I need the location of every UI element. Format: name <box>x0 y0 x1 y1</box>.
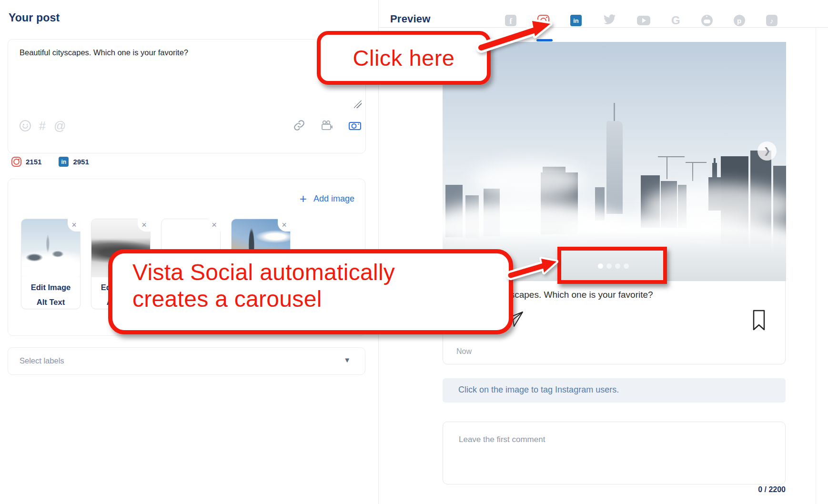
vista-social-composer: Your post Beautiful cityscapes. Which on… <box>0 0 828 504</box>
twitter-tab-icon[interactable] <box>603 14 616 27</box>
page-title: Your post <box>9 11 60 24</box>
preview-header-border <box>379 27 828 28</box>
mention-icon[interactable]: @ <box>54 120 66 131</box>
click-here-text: Click here <box>353 45 455 71</box>
image-thumbnail-1[interactable]: × Edit Image Alt Text <box>21 219 81 309</box>
carousel-dots-highlight-rectangle <box>557 247 667 284</box>
comment-placeholder: Leave the first comment <box>459 435 545 444</box>
edit-alt-text-button[interactable]: Edit Image Alt Text <box>21 280 80 310</box>
comment-input[interactable]: Leave the first comment <box>443 422 786 484</box>
select-labels-dropdown[interactable]: Select labels ▼ <box>8 347 365 375</box>
chevron-down-icon[interactable]: ▼ <box>343 356 351 364</box>
google-tab-icon[interactable]: G <box>671 15 680 26</box>
post-text-input[interactable]: Beautiful cityscapes. Which one is your … <box>20 47 324 58</box>
emoji-icon[interactable] <box>20 120 31 131</box>
linkedin-char-count: 2951 <box>73 158 89 166</box>
post-image-cityscape[interactable]: ❯ <box>443 42 786 281</box>
click-here-arrow <box>469 18 557 56</box>
post-timestamp: Now <box>456 347 472 356</box>
carousel-note-line1: Vista Social automatically <box>132 259 509 286</box>
resize-handle-icon[interactable] <box>354 101 362 108</box>
select-labels-placeholder: Select labels <box>20 356 64 365</box>
youtube-tab-icon[interactable] <box>637 16 650 25</box>
camera-icon[interactable] <box>348 119 362 133</box>
preview-title: Preview <box>390 13 431 25</box>
plus-icon: + <box>300 193 307 204</box>
tiktok-tab-icon[interactable]: ♪ <box>766 15 778 26</box>
carousel-note-line2: creates a carousel <box>132 286 509 312</box>
bookmark-icon[interactable] <box>751 309 767 333</box>
linkedin-counter: in 2951 <box>59 157 89 167</box>
comment-char-counter: 0 / 2200 <box>681 485 786 494</box>
linkedin-tab-icon[interactable]: in <box>570 15 582 26</box>
link-icon[interactable] <box>293 119 305 133</box>
carousel-note-callout: Vista Social automatically creates a car… <box>108 249 513 334</box>
post-composer[interactable]: Beautiful cityscapes. Which one is your … <box>8 39 366 153</box>
click-here-callout: Click here <box>317 31 491 85</box>
chevron-right-icon: ❯ <box>763 146 770 156</box>
tag-users-banner-text: Click on the image to tag Instagram user… <box>458 385 619 395</box>
carousel-next-button[interactable]: ❯ <box>757 141 777 161</box>
tag-users-banner: Click on the image to tag Instagram user… <box>443 378 786 403</box>
instagram-counter: 2151 <box>11 157 41 167</box>
network-counters: 2151 in 2951 <box>11 157 89 167</box>
reddit-tab-icon[interactable] <box>701 15 713 26</box>
carousel-note-arrow <box>506 252 563 287</box>
hashtag-icon[interactable]: # <box>39 120 46 131</box>
instagram-icon <box>11 157 21 167</box>
instagram-char-count: 2151 <box>26 158 41 166</box>
add-image-button[interactable]: + Add image <box>300 193 354 204</box>
linkedin-icon: in <box>59 157 69 167</box>
pinterest-tab-icon[interactable]: p <box>734 15 745 26</box>
gif-video-icon[interactable] <box>320 119 333 133</box>
scroll-edge <box>816 27 816 504</box>
